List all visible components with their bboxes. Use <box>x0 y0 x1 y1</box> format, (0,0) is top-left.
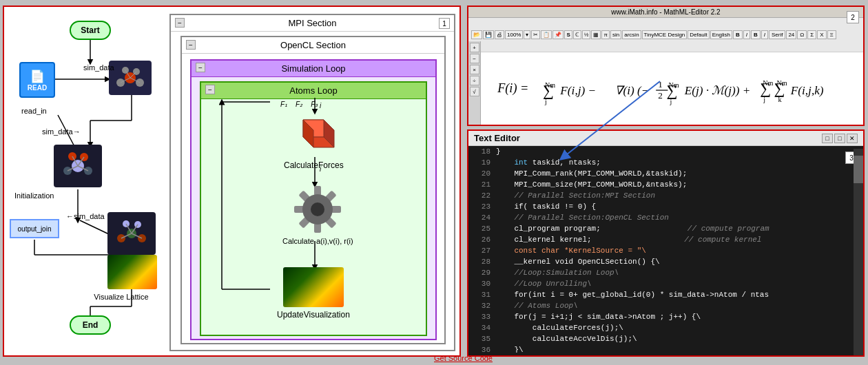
toolbar-tinymce[interactable]: TinyMCE Design <box>642 30 688 39</box>
svg-text:1: 1 <box>658 79 663 90</box>
text-editor-title: Text Editor <box>474 133 520 143</box>
mpi-section: − MPI Section 1 − OpenCL Section − Simul… <box>169 14 455 351</box>
opencl-section-title: OpenCL Section <box>280 40 346 50</box>
toolbar-arcsin[interactable]: arcsin <box>622 30 641 39</box>
code-line-18: 18 } <box>468 147 863 158</box>
code-line-24: 24 // Parallel Section:OpenCL Section <box>468 213 863 225</box>
cube-icon <box>289 113 338 158</box>
code-area: 18 } 19 int taskid, ntasks; 20 MPI_Comm_… <box>468 146 863 353</box>
text-editor-close-btn[interactable]: ✕ <box>847 134 858 143</box>
toolbar-cut[interactable]: ✂ <box>531 30 540 39</box>
math-left-btn-3[interactable]: × <box>470 65 479 74</box>
initialization-label: Initialization <box>14 191 54 200</box>
toolbar-icon-3[interactable]: 🖨 <box>495 30 504 39</box>
toolbar-paste[interactable]: 📌 <box>552 30 564 39</box>
i-label-top: i <box>320 102 321 110</box>
toolbar-icon-2[interactable]: 💾 <box>483 30 494 39</box>
visualize-label: Visualize Lattice <box>87 293 156 301</box>
toolbar-pct[interactable]: 100% <box>505 30 523 39</box>
atoms-loop-section: − Atoms Loop <box>200 81 427 336</box>
svg-text:j: j <box>544 98 547 105</box>
gear-icon <box>293 185 342 234</box>
toolbar-english[interactable]: English <box>710 30 732 39</box>
toolbar-frac[interactable]: ½ <box>582 30 591 39</box>
toolbar-chi[interactable]: Χ <box>817 30 826 39</box>
svg-rect-51 <box>314 186 321 196</box>
code-line-20: 20 MPI_Comm_rank(MPI_COMM_WORLD,&taskid)… <box>468 169 863 180</box>
code-line-28: 28 __kernel void OpenCLSection() {\ <box>468 258 863 269</box>
f2-label: F₂ <box>296 101 302 108</box>
atoms-loop-minimize-btn[interactable]: − <box>205 85 215 94</box>
sim-data-label-1: sim_data <box>83 63 114 72</box>
atoms-loop-title: Atoms Loop <box>289 85 337 96</box>
svg-text:∑: ∑ <box>543 82 554 99</box>
text-editor-scrollbar[interactable] <box>854 149 863 355</box>
toolbar-serif[interactable]: Serif <box>769 30 785 39</box>
toolbar-sigma[interactable]: Σ <box>807 30 816 39</box>
toolbar-i2[interactable]: I <box>761 30 768 39</box>
molecule-1-node <box>109 61 152 95</box>
svg-text:∑: ∑ <box>666 82 677 99</box>
toolbar-sin[interactable]: sin <box>610 30 621 39</box>
svg-text:∑: ∑ <box>774 80 785 97</box>
math-left-btn-2[interactable]: − <box>470 54 479 63</box>
mpi-minimize-btn[interactable]: − <box>175 18 185 28</box>
math-left-btn-1[interactable]: + <box>470 43 479 52</box>
toolbar-icon-grid[interactable]: ▦ <box>591 30 601 39</box>
vis-thumbnail <box>283 267 344 307</box>
toolbar-default[interactable]: Default <box>688 30 709 39</box>
f3-label: F₃ <box>311 101 318 108</box>
toolbar-zoom[interactable]: ▾ <box>524 30 530 39</box>
toolbar-c[interactable]: ℂ <box>573 30 581 39</box>
svg-text:j: j <box>763 96 765 103</box>
mpi-section-title: MPI Section <box>288 18 336 28</box>
math-left-btn-5[interactable]: √ <box>470 87 479 96</box>
svg-text:F(i,j) −: F(i,j) − <box>559 84 596 97</box>
opencl-minimize-btn[interactable]: − <box>186 40 196 50</box>
svg-text:E(j) · ℳ(j)) +: E(j) · ℳ(j)) + <box>684 84 751 97</box>
code-line-30: 30 //Loop Unrolling\ <box>468 280 863 291</box>
flowchart-panel: Start 📄 READ read_in <box>4 7 169 355</box>
update-vis-label: UpdateVisualization <box>277 310 350 320</box>
code-line-22: 22 // Parallel Section:MPI Section <box>468 191 863 202</box>
toolbar-s[interactable]: S <box>564 30 572 39</box>
svg-point-60 <box>311 202 324 216</box>
calculate-avr-block: Calculate a(i),v(i), r(i) <box>282 185 353 245</box>
toolbar-24[interactable]: 24 <box>786 30 796 39</box>
get-source-code-link[interactable]: Get Source Code <box>434 354 493 362</box>
math-left-btn-4[interactable]: ÷ <box>470 76 479 85</box>
svg-text:F(i) =: F(i) = <box>497 81 528 96</box>
math-toolbar: 📂 💾 🖨 100% ▾ ✂ 📋 📌 S ℂ ½ ▦ π sin arcsin … <box>468 18 863 52</box>
text-editor-controls: □ □ ✕ <box>822 134 858 143</box>
sim-loop-title: Simulation Loop <box>281 63 345 74</box>
end-node: End <box>70 315 111 335</box>
scrollbar-thumb[interactable] <box>854 156 863 183</box>
svg-text:2: 2 <box>658 90 663 101</box>
mpi-title-bar: − MPI Section 1 <box>171 15 454 32</box>
code-line-36: 36 }\ <box>468 346 863 353</box>
read-node: 📄 READ <box>19 62 55 98</box>
sim-loop-minimize-btn[interactable]: − <box>196 63 205 72</box>
svg-rect-55 <box>314 223 321 233</box>
toolbar-copy[interactable]: 📋 <box>541 30 552 39</box>
svg-text:F(i,j,k): F(i,j,k) <box>790 84 824 97</box>
code-line-25: 25 cl_program program; // compute progra… <box>468 225 863 236</box>
svg-rect-53 <box>331 206 341 213</box>
svg-text:∇(i)  (−: ∇(i) (− <box>614 84 649 97</box>
toolbar-i1[interactable]: I <box>743 30 750 39</box>
text-editor-minimize-btn[interactable]: □ <box>822 134 833 143</box>
code-line-34: 34 calculateForces(j);\ <box>468 324 863 335</box>
toolbar-xi[interactable]: Ξ <box>827 30 836 39</box>
force-labels: F₁ F₂ F₃ <box>280 101 318 108</box>
toolbar-icon-1[interactable]: 📂 <box>471 30 482 39</box>
toolbar-omega[interactable]: Ω <box>797 30 807 39</box>
sim-data-label-2: sim_data→ <box>42 127 81 136</box>
toolbar-b1[interactable]: B <box>733 30 743 39</box>
text-editor-maximize-btn[interactable]: □ <box>834 134 845 143</box>
svg-text:j: j <box>669 98 672 105</box>
f1-label: F₁ <box>280 101 287 108</box>
calculate-forces-block: CalculateForces <box>284 113 344 170</box>
toolbar-b2[interactable]: B <box>751 30 761 39</box>
opencl-section: − OpenCL Section − Simulation Loop − Ato… <box>180 36 446 344</box>
toolbar-pi[interactable]: π <box>601 30 610 39</box>
